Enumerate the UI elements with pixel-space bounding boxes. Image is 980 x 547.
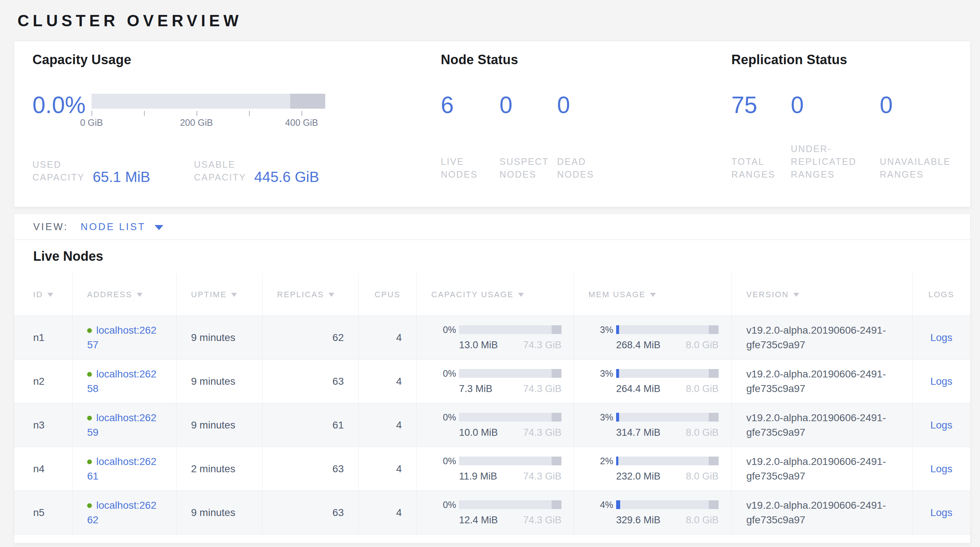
mem-percent-label: 3% — [589, 412, 613, 423]
column-header-id[interactable]: ID — [14, 274, 72, 315]
axis-tick — [92, 111, 92, 116]
axis-tick — [302, 111, 302, 116]
capacity-bar-chart: 0 GiB 200 GiB 400 GiB — [92, 94, 325, 129]
mem-used-value: 232.0 MiB — [616, 471, 660, 482]
used-capacity-label: USED CAPACITY — [32, 158, 84, 184]
bar-reserved-segment — [552, 500, 562, 509]
node-address-link[interactable]: localhost:26257 — [87, 324, 156, 350]
live-nodes-label: LIVE NODES — [441, 155, 477, 181]
view-dropdown[interactable]: NODE LIST — [81, 221, 163, 233]
logs-cell: Logs — [912, 447, 970, 490]
suspect-nodes-count: 0 — [500, 93, 557, 117]
live-nodes-count: 6 — [441, 93, 500, 117]
mem-used-value: 314.7 MiB — [616, 427, 660, 438]
capacity-bar-reserved-segment — [290, 94, 325, 109]
capacity-used-value: 13.0 MiB — [459, 340, 498, 351]
logs-link[interactable]: Logs — [931, 332, 953, 343]
column-header-logs: LOGS — [912, 274, 970, 315]
used-capacity-stat: USED CAPACITY 65.1 MiB — [32, 158, 150, 184]
live-nodes-title: Live Nodes — [33, 249, 970, 264]
total-ranges-count: 75 — [731, 93, 791, 117]
view-dropdown-value: NODE LIST — [81, 221, 146, 233]
axis-label: 200 GiB — [180, 118, 213, 128]
node-address-cell: localhost:26257 — [72, 316, 176, 359]
sort-arrow-icon — [793, 293, 799, 297]
chevron-down-icon — [154, 225, 163, 230]
logs-link[interactable]: Logs — [931, 507, 953, 518]
mem-usage-cell: 3% 268.4 MiB 8.0 GiB — [573, 316, 731, 359]
replication-status-title: Replication Status — [731, 52, 970, 67]
column-header-capacity-usage[interactable]: CAPACITY USAGE — [416, 274, 573, 315]
node-id-cell: n1 — [14, 316, 72, 359]
capacity-used-value: 12.4 MiB — [459, 515, 498, 526]
capacity-used-value: 7.3 MiB — [459, 383, 493, 394]
uptime-cell: 9 minutes — [176, 403, 262, 447]
uptime-cell: 9 minutes — [176, 491, 262, 534]
table-row-partial — [14, 534, 970, 543]
view-label: VIEW: — [33, 221, 68, 233]
capacity-total-value: 74.3 GiB — [523, 471, 562, 482]
capacity-usage-bar — [459, 456, 562, 465]
live-status-dot-icon — [87, 503, 92, 508]
table-row: n3 localhost:26259 9 minutes 61 4 0% 10.… — [14, 403, 970, 447]
column-header-replicas[interactable]: REPLICAS — [262, 274, 358, 315]
capacity-total-value: 74.3 GiB — [523, 383, 562, 394]
mem-usage-bar — [616, 369, 719, 378]
capacity-total-value: 74.3 GiB — [523, 427, 562, 438]
axis-tick — [249, 111, 250, 116]
dead-nodes-label: DEAD NODES — [557, 155, 594, 181]
bar-reserved-segment — [552, 325, 562, 334]
mem-usage-cell: 3% 264.4 MiB 8.0 GiB — [573, 359, 731, 403]
node-address-link[interactable]: localhost:26261 — [87, 456, 156, 482]
version-cell: v19.2.0-alpha.20190606-2491-gfe735c9a97 — [731, 316, 912, 359]
table-row: n4 localhost:26261 2 minutes 63 4 0% 11.… — [14, 447, 970, 490]
under-replicated-ranges-count: 0 — [791, 93, 880, 117]
bar-reserved-segment — [709, 456, 719, 465]
uptime-cell: 9 minutes — [176, 316, 262, 359]
bar-fill — [616, 325, 619, 334]
logs-link[interactable]: Logs — [931, 375, 953, 387]
replicas-cell: 63 — [262, 359, 358, 403]
logs-link[interactable]: Logs — [931, 463, 953, 475]
node-address-cell: localhost:26261 — [72, 447, 176, 490]
bar-fill — [616, 500, 620, 509]
logs-cell: Logs — [912, 359, 970, 403]
node-address-link[interactable]: localhost:26258 — [87, 368, 156, 394]
capacity-usage-bar — [459, 369, 562, 378]
version-cell: v19.2.0-alpha.20190606-2491-gfe735c9a97 — [731, 491, 912, 534]
node-address-cell: localhost:26258 — [72, 359, 176, 403]
column-header-address[interactable]: ADDRESS — [72, 274, 176, 315]
mem-total-value: 8.0 GiB — [686, 383, 719, 394]
usable-capacity-label: USABLE CAPACITY — [194, 158, 246, 184]
node-address-link[interactable]: localhost:26262 — [87, 499, 156, 525]
replicas-cell: 63 — [262, 491, 358, 534]
bar-fill — [616, 369, 619, 378]
column-header-mem-usage[interactable]: MEM USAGE — [573, 274, 731, 315]
cpus-cell: 4 — [358, 359, 416, 403]
node-address-cell: localhost:26259 — [72, 403, 176, 447]
mem-total-value: 8.0 GiB — [686, 515, 719, 526]
column-header-cpus[interactable]: CPUS — [358, 274, 416, 315]
mem-used-value: 329.6 MiB — [616, 515, 660, 526]
mem-total-value: 8.0 GiB — [686, 340, 719, 351]
node-address-cell: localhost:26262 — [72, 491, 176, 534]
node-address-link[interactable]: localhost:26259 — [87, 412, 156, 438]
column-header-uptime[interactable]: UPTIME — [176, 274, 262, 315]
capacity-percent-label: 0% — [431, 499, 456, 510]
capacity-usage-section: Capacity Usage 0.0% — [32, 52, 441, 207]
capacity-usage-bar — [459, 413, 562, 421]
mem-usage-bar — [616, 456, 719, 465]
page-title: CLUSTER OVERVIEW — [18, 12, 970, 30]
capacity-percent-label: 0% — [431, 368, 456, 379]
cluster-overview-page: CLUSTER OVERVIEW Capacity Usage 0.0% — [0, 0, 980, 543]
capacity-used-value: 11.9 MiB — [459, 471, 497, 482]
bar-fill — [616, 456, 618, 465]
axis-tick — [144, 111, 145, 116]
live-nodes-panel: Live Nodes ID ADDRESS UPTIME REPLICAS CP… — [14, 240, 970, 543]
logs-link[interactable]: Logs — [931, 419, 953, 431]
node-id-cell: n5 — [14, 491, 72, 534]
column-header-version[interactable]: VERSION — [731, 274, 912, 315]
bar-reserved-segment — [709, 369, 719, 378]
cpus-cell: 4 — [358, 447, 416, 490]
bar-reserved-segment — [552, 456, 562, 465]
